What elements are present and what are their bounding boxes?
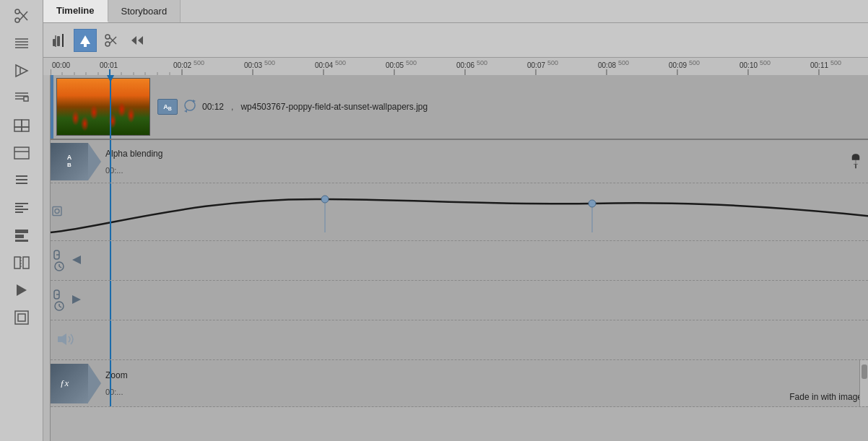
track-thumbnail bbox=[56, 78, 150, 136]
svg-text:500: 500 bbox=[335, 59, 346, 66]
svg-text:00:02: 00:02 bbox=[173, 61, 191, 69]
scissors-icon[interactable] bbox=[100, 29, 123, 52]
svg-text:00:09: 00:09 bbox=[669, 61, 687, 69]
svg-line-104 bbox=[59, 266, 61, 268]
track-area: AB bbox=[43, 75, 868, 441]
zoom-arrow bbox=[88, 364, 101, 403]
svg-marker-40 bbox=[80, 35, 90, 44]
alpha-blending-track: AB Alpha blending 00:... bbox=[51, 140, 868, 183]
svg-marker-8 bbox=[16, 65, 27, 77]
svg-text:500: 500 bbox=[830, 59, 841, 66]
sync-icon[interactable] bbox=[182, 97, 198, 117]
svg-text:ƒx: ƒx bbox=[60, 377, 69, 388]
alpha-timestamp: 00:... bbox=[105, 166, 162, 175]
image-icon[interactable] bbox=[9, 140, 35, 166]
svg-text:500: 500 bbox=[547, 59, 558, 66]
ripple-icon[interactable] bbox=[126, 29, 149, 52]
speed-in-arrow bbox=[69, 292, 84, 309]
svg-rect-18 bbox=[14, 147, 29, 159]
svg-marker-105 bbox=[72, 256, 81, 264]
svg-rect-30 bbox=[14, 257, 20, 268]
scrollbar-right[interactable] bbox=[859, 360, 868, 406]
volume-track bbox=[51, 320, 868, 360]
svg-rect-38 bbox=[57, 36, 60, 46]
add-media-icon[interactable] bbox=[9, 113, 35, 139]
svg-line-110 bbox=[59, 306, 61, 307]
ab-badge[interactable]: AB bbox=[157, 99, 178, 115]
svg-text:00:01: 00:01 bbox=[100, 61, 118, 69]
play-icon[interactable] bbox=[9, 277, 35, 303]
timeline-toolbar bbox=[43, 23, 868, 58]
speed-in-icons bbox=[53, 289, 66, 312]
tab-storyboard[interactable]: Storyboard bbox=[108, 0, 181, 22]
playhead-alpha bbox=[110, 140, 111, 183]
playhead-speed-out bbox=[110, 241, 111, 280]
overlay-icon[interactable] bbox=[9, 85, 35, 111]
svg-marker-47 bbox=[138, 36, 143, 45]
svg-rect-27 bbox=[15, 230, 28, 233]
svg-text:00:10: 00:10 bbox=[739, 61, 758, 69]
bars-icon[interactable] bbox=[9, 222, 35, 248]
svg-rect-17 bbox=[22, 127, 29, 131]
svg-marker-46 bbox=[131, 36, 136, 45]
speed-out-track bbox=[51, 241, 868, 281]
speed-in-clock-icon bbox=[53, 300, 66, 312]
playhead-zoom bbox=[110, 360, 111, 406]
zoom-track: ƒx Zoom 00:... Fade in with image bbox=[51, 360, 868, 407]
svg-text:00:08: 00:08 bbox=[598, 61, 616, 69]
speed-out-arrow bbox=[69, 253, 84, 269]
svg-rect-28 bbox=[15, 235, 24, 238]
svg-point-43 bbox=[105, 42, 110, 46]
svg-text:00:03: 00:03 bbox=[244, 61, 262, 69]
svg-marker-33 bbox=[17, 284, 27, 296]
tab-timeline[interactable]: Timeline bbox=[43, 0, 108, 22]
svg-text:500: 500 bbox=[760, 59, 771, 66]
speed-in-p-icon bbox=[53, 289, 66, 300]
curve-track bbox=[51, 183, 868, 241]
speed-p-icon bbox=[53, 250, 66, 260]
alpha-badge: AB bbox=[51, 143, 88, 180]
svg-text:00:05: 00:05 bbox=[386, 61, 404, 69]
svg-marker-111 bbox=[72, 295, 81, 304]
playhead bbox=[110, 75, 111, 139]
tracks-icon[interactable] bbox=[9, 30, 35, 56]
svg-rect-34 bbox=[15, 311, 28, 324]
alpha-label: Alpha blending bbox=[105, 149, 162, 159]
playhead-speed-in bbox=[110, 281, 111, 320]
tracks-container: AB bbox=[51, 75, 868, 441]
alpha-arrow bbox=[88, 143, 101, 180]
frame-icon[interactable] bbox=[9, 305, 35, 331]
speed-in-track bbox=[51, 281, 868, 320]
track-duration: 00:12 bbox=[202, 102, 224, 112]
cut-icon[interactable] bbox=[9, 3, 35, 29]
align-left-icon[interactable] bbox=[9, 195, 35, 221]
fade-label: Fade in with image bbox=[789, 392, 862, 402]
svg-marker-92 bbox=[184, 110, 187, 113]
svg-point-97 bbox=[321, 196, 329, 203]
svg-marker-112 bbox=[58, 333, 66, 345]
svg-rect-31 bbox=[23, 257, 29, 268]
left-toolbar bbox=[0, 0, 43, 441]
track-separator: , bbox=[231, 102, 233, 112]
split-icon[interactable] bbox=[9, 250, 35, 276]
svg-point-99 bbox=[589, 200, 596, 207]
svg-text:500: 500 bbox=[477, 59, 487, 66]
svg-text:00:11: 00:11 bbox=[810, 61, 828, 69]
svg-text:00:07: 00:07 bbox=[527, 61, 545, 69]
snap-icon[interactable] bbox=[48, 29, 71, 52]
pin-icon[interactable] bbox=[849, 152, 862, 170]
svg-text:500: 500 bbox=[264, 59, 275, 66]
svg-point-42 bbox=[105, 35, 110, 39]
playhead-icon[interactable] bbox=[74, 29, 97, 52]
scrollbar-thumb[interactable] bbox=[862, 364, 867, 379]
track-controls: AB bbox=[157, 97, 428, 117]
volume-icon bbox=[56, 331, 77, 350]
svg-rect-14 bbox=[14, 120, 22, 127]
svg-rect-41 bbox=[84, 44, 87, 47]
svg-text:500: 500 bbox=[689, 59, 700, 66]
svg-text:00:00: 00:00 bbox=[52, 61, 70, 69]
list-icon[interactable] bbox=[9, 167, 35, 193]
filter-icon[interactable] bbox=[9, 58, 35, 84]
svg-text:00:06: 00:06 bbox=[456, 61, 474, 69]
playhead-volume bbox=[110, 320, 111, 359]
